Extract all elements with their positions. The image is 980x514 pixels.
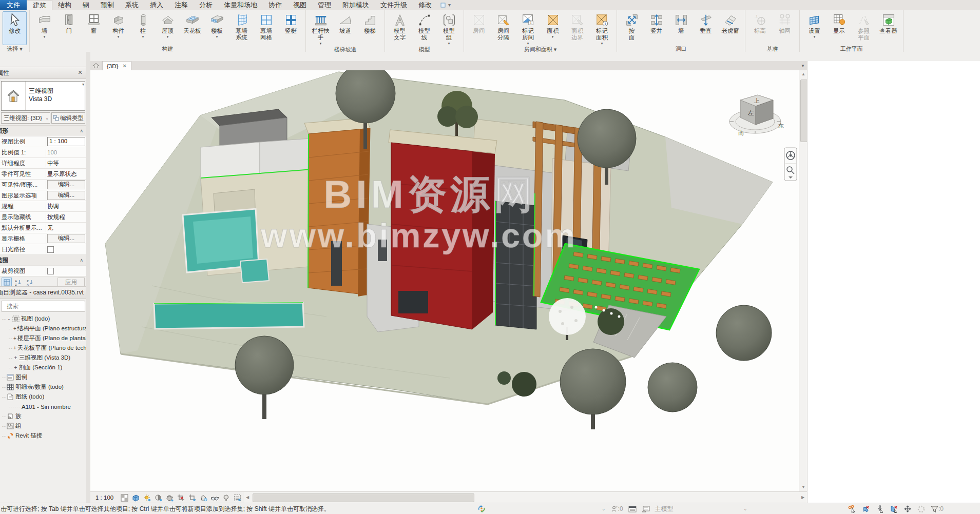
browser-item-groups[interactable]: --组 [0,421,86,431]
sort-descending-icon[interactable]: ZA [25,278,35,287]
ribbon-button-floor[interactable]: 楼板▾ [205,11,229,45]
ribbon-button-ramp[interactable]: 坡道 [333,11,357,45]
viewcube-east-label[interactable]: 东 [778,123,784,129]
apply-button[interactable]: 应用 [57,278,85,287]
ribbon-button-wp-viewer[interactable]: 查看器 [876,11,900,45]
ribbon-button-model-line[interactable]: 模型 线 [412,11,436,45]
browser-item-legends[interactable]: --图例 [0,372,86,382]
ribbon-button-ceiling[interactable]: 天花板 [180,11,204,45]
ribbon-tab-注释[interactable]: 注释 [169,0,194,10]
browser-item-sheet-a101[interactable]: ------A101 - Sin nombre [0,402,86,411]
tree-expander-icon[interactable]: + [13,335,16,341]
property-row-extents[interactable]: 范围∧ [0,255,86,266]
scroll-up-icon[interactable]: ▲ [799,70,808,78]
horizontal-scrollbar[interactable]: ◀ ▶ [243,492,807,503]
property-text-value[interactable]: 中等 [47,160,59,167]
horizontal-scroll-thumb[interactable] [253,493,474,502]
home-icon[interactable] [90,61,102,70]
ribbon-tab-视图[interactable]: 视图 [287,0,312,10]
ribbon-tab-预制[interactable]: 预制 [95,0,120,10]
ribbon-tab-钢[interactable]: 钢 [77,0,95,10]
property-text-value[interactable]: 100 [47,149,57,155]
ribbon-button-room-separator[interactable]: 房间 分隔 [491,11,515,45]
browser-item-schedules[interactable]: --明细表/数量 (todo) [0,382,86,392]
ribbon-tab-插入[interactable]: 插入 [144,0,169,10]
checkbox[interactable] [47,246,54,253]
edit-button[interactable]: 编辑... [47,234,85,243]
temp-hide-isolate-icon[interactable] [209,492,220,503]
ribbon-button-stair[interactable]: 楼梯 [358,11,382,45]
browser-item-floor-plan[interactable]: --+楼层平面 (Plano de planta) [0,333,86,343]
vertical-scroll-thumb[interactable] [800,80,808,142]
property-text-value[interactable]: 按规程 [47,213,65,221]
worksets-dialog-icon[interactable] [628,506,637,512]
tree-expander-icon[interactable]: + [13,365,18,370]
ribbon-button-wp-show[interactable]: 显示 [827,11,851,45]
tree-sphere-6[interactable] [716,305,772,361]
ribbon-button-railing[interactable]: 栏杆扶手▾ [309,11,333,46]
edit-button[interactable]: 编辑... [47,191,85,200]
tree-sphere-3[interactable] [235,336,294,394]
scroll-left-icon[interactable]: ◀ [243,492,252,503]
ribbon-button-opening-shaft[interactable]: 竖井 [644,11,668,45]
bush[interactable] [512,372,536,397]
ribbon-button-roof[interactable]: 屋顶▾ [156,11,180,45]
ribbon-button-room-tag[interactable]: 1标记 房间▾ [516,11,540,46]
instance-selector[interactable]: 三维视图: {3D}⌄ [1,112,50,124]
property-text-value[interactable]: 显示原状态 [47,170,77,178]
ribbon-button-curtain-system[interactable]: 幕墙 系统 [229,11,254,45]
drag-on-selection-icon[interactable] [904,505,912,513]
property-input[interactable]: 1 : 100 [47,137,85,146]
ribbon-button-wall[interactable]: 墙▾ [32,11,56,45]
crop-view-icon[interactable] [175,492,186,503]
ribbon-button-door[interactable]: 门 [57,11,81,45]
modify-selector-icon[interactable]: ▾ [437,0,454,10]
browser-item-sheets[interactable]: --图纸 (todo) [0,392,86,402]
ribbon-button-window[interactable]: 窗 [82,11,106,45]
ribbon-tab-协作[interactable]: 协作 [263,0,287,10]
sun-path-icon[interactable] [141,492,152,503]
drag-elements-icon[interactable] [862,505,870,513]
pin-select-icon[interactable] [876,505,884,513]
close-icon[interactable]: ✕ [76,69,84,76]
ribbon-tab-体量和场地[interactable]: 体量和场地 [218,0,263,10]
ribbon-button-opening-vertical[interactable]: 垂直 [694,11,718,45]
reveal-hidden-icon[interactable] [220,492,232,503]
view-tab-3d[interactable]: {3D} ✕ [102,61,131,70]
filter-icon[interactable]: :0 [931,505,944,513]
property-text-value[interactable]: 无 [47,224,53,232]
browser-item-views-todo[interactable]: ---视图 (todo) [0,314,86,324]
ribbon-button-modify[interactable]: 修改 [3,11,27,45]
scroll-down-icon[interactable]: ▼ [799,483,808,491]
checkbox[interactable] [47,268,54,274]
ribbon-button-model-text[interactable]: 模型 文字 [388,11,412,45]
edit-type-button[interactable]: 编辑类型 [51,112,85,124]
browser-item-families[interactable]: --族 [0,411,86,421]
property-text-value[interactable]: 协调 [47,203,59,210]
active-workset-icon[interactable] [642,506,650,512]
select-underlay-icon[interactable] [890,505,898,513]
browser-item-three-d-view[interactable]: --+三维视图 (Vista 3D) [0,353,86,363]
borrowers-icon[interactable]: :0 [611,505,623,512]
tree-sphere-2[interactable] [578,109,636,168]
chevron-down-icon[interactable]: ▾ [82,82,84,87]
lower-pool[interactable] [154,303,304,329]
search-input[interactable] [6,303,87,310]
shadows-icon[interactable] [152,492,164,503]
ribbon-button-wp-set[interactable]: 设置▾ [802,11,827,45]
ribbon-button-curtain-grid[interactable]: 幕墙 网格 [254,11,278,45]
ribbon-tab-附加模块[interactable]: 附加模块 [337,0,375,10]
tree-expander-icon[interactable]: + [13,345,16,351]
ribbon-tab-结构[interactable]: 结构 [52,0,77,10]
collaborate-icon[interactable] [477,505,486,513]
tree-expander-icon[interactable]: + [13,326,16,331]
ribbon-tab-建筑[interactable]: 建筑 [27,0,52,10]
collapse-icon[interactable]: ∧ [80,258,86,263]
render-dialog-icon[interactable] [164,492,175,503]
vertical-scrollbar[interactable]: ▲ ▼ [799,70,808,491]
visual-style-icon[interactable] [130,492,141,503]
tree-expander-icon[interactable]: + [13,355,18,361]
property-help-icon[interactable] [2,278,12,287]
panel-splitter[interactable] [86,52,90,503]
temp-view-properties-icon[interactable] [232,492,243,503]
